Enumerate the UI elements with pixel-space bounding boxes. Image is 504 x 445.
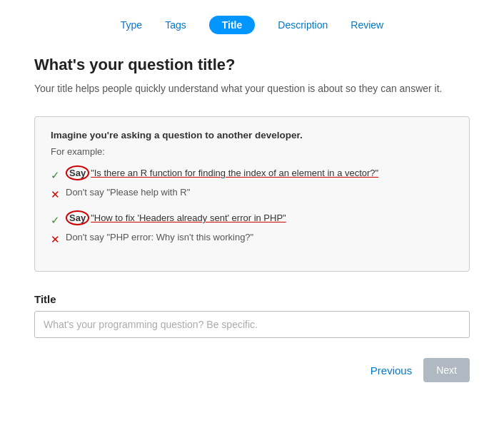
tips-title: Imagine you're asking a question to anot… [51,130,453,140]
step-title: Title [209,16,256,34]
say-circle-1: Say [66,165,89,180]
footer: Previous Next [0,338,504,397]
example-dont-row-1: ✕ Don't say "Please help with R" [51,186,453,202]
main-content: What's your question title? Your title h… [0,56,504,338]
example-say-row-1: ✓ Say"Is there an R function for finding… [51,167,453,183]
example-dont-text-1: Don't say "Please help with R" [66,186,190,199]
check-icon-1: ✓ [51,168,60,183]
for-example-label: For example: [51,146,453,157]
title-field-label: Title [34,293,470,305]
tips-box: Imagine you're asking a question to anot… [34,116,470,272]
page-subtitle: Your title helps people quickly understa… [34,81,470,96]
cross-icon-1: ✕ [51,187,60,202]
example-group-1: ✓ Say"Is there an R function for finding… [51,167,453,202]
step-review[interactable]: Review [351,19,383,31]
page-heading: What's your question title? [34,56,470,74]
example-group-2: ✓ Say"How to fix 'Headers already sent' … [51,212,453,247]
example-say-text-1: Say"Is there an R function for finding t… [66,167,378,180]
example-dont-text-2: Don't say "PHP error: Why isn't this wor… [66,231,253,244]
example-dont-row-2: ✕ Don't say "PHP error: Why isn't this w… [51,231,453,247]
example-say-text-2: Say"How to fix 'Headers already sent' er… [66,212,286,225]
step-type[interactable]: Type [121,19,142,31]
next-button[interactable]: Next [423,358,470,382]
step-description[interactable]: Description [278,19,328,31]
previous-button[interactable]: Previous [368,359,415,382]
example-say-row-2: ✓ Say"How to fix 'Headers already sent' … [51,212,453,227]
say-circle-2: Say [66,210,89,225]
cross-icon-2: ✕ [51,232,60,247]
check-icon-2: ✓ [51,213,60,227]
step-nav: Type Tags Title Description Review [0,0,504,56]
title-input[interactable] [34,311,470,338]
step-tags[interactable]: Tags [165,19,186,31]
